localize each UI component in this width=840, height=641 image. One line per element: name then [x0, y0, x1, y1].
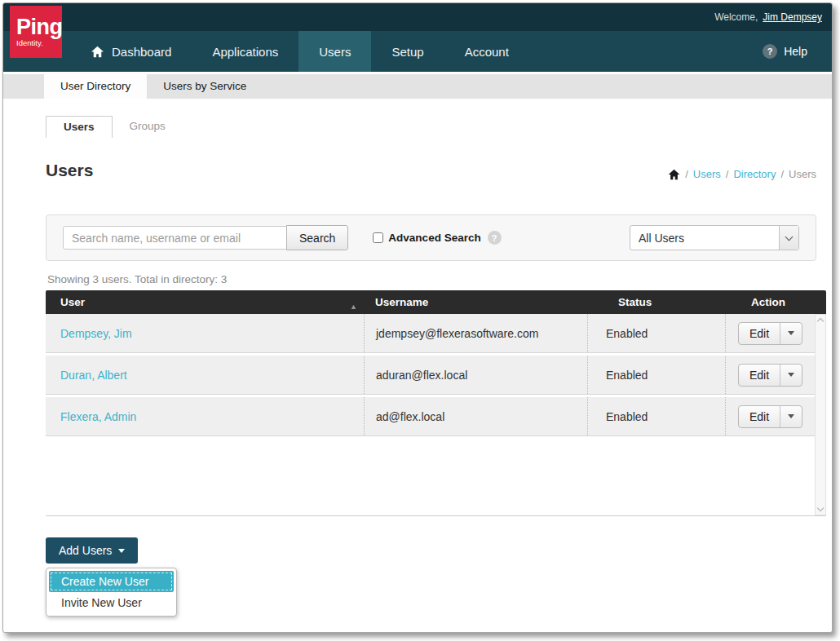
- edit-split-button: Edit: [738, 364, 802, 387]
- tab-groups[interactable]: Groups: [113, 116, 183, 138]
- tab-users[interactable]: Users: [46, 116, 113, 138]
- scroll-down-icon[interactable]: [817, 505, 824, 511]
- table-body: Dempsey, Jim jdempsey@flexerasoftware.co…: [46, 314, 826, 516]
- user-name-link[interactable]: Flexera, Admin: [60, 410, 136, 423]
- section-tabs: User Directory Users by Service: [3, 74, 832, 99]
- page-title: Users: [46, 161, 93, 180]
- directory-tabs: Users Groups: [46, 116, 816, 138]
- chevron-down-icon: [785, 232, 794, 241]
- nav-label: Setup: [391, 45, 423, 59]
- scroll-up-icon[interactable]: [817, 318, 824, 325]
- breadcrumb-separator: /: [780, 168, 784, 180]
- breadcrumb-current: Users: [789, 168, 816, 180]
- advanced-search-help-icon[interactable]: ?: [488, 231, 502, 245]
- table-header: User ▲ Username Status Action: [46, 290, 826, 314]
- current-user-link[interactable]: Jim Dempsey: [763, 11, 822, 23]
- breadcrumb-separator: /: [726, 168, 729, 180]
- caret-down-icon: [788, 414, 794, 418]
- app-window: Welcome, Jim Dempsey Ping Identity. Dash…: [2, 2, 833, 633]
- ping-identity-logo[interactable]: Ping Identity.: [10, 6, 62, 58]
- logo-sub-text: Identity.: [16, 38, 62, 47]
- menu-item-create-new-user[interactable]: Create New User: [49, 571, 174, 592]
- logo-brand-text: Ping: [16, 16, 62, 38]
- edit-button[interactable]: Edit: [739, 323, 780, 344]
- edit-split-button: Edit: [738, 405, 802, 428]
- content-area: Users Groups Users / Users / Directory /…: [3, 116, 832, 617]
- user-name-link[interactable]: Dempsey, Jim: [60, 327, 132, 340]
- breadcrumb-users-link[interactable]: Users: [693, 168, 721, 180]
- help-icon: ?: [763, 44, 777, 59]
- advanced-search-group: Advanced Search ?: [373, 231, 501, 245]
- table-row: Flexera, Admin ad@flex.local Enabled Edi…: [46, 397, 815, 436]
- breadcrumb-separator: /: [685, 168, 688, 180]
- add-users-menu: Create New User Invite New User: [46, 568, 177, 617]
- username-cell: ad@flex.local: [364, 397, 587, 435]
- edit-button[interactable]: Edit: [739, 406, 780, 427]
- breadcrumb-directory-link[interactable]: Directory: [733, 168, 776, 180]
- breadcrumb-home-icon[interactable]: [668, 169, 680, 180]
- edit-button[interactable]: Edit: [739, 365, 780, 386]
- tab-users-by-service[interactable]: Users by Service: [147, 74, 263, 99]
- caret-down-icon: [118, 549, 125, 553]
- nav-item-setup[interactable]: Setup: [371, 31, 444, 72]
- table-row: Duran, Albert aduran@flex.local Enabled …: [46, 356, 815, 395]
- add-users-button[interactable]: Add Users: [46, 537, 138, 564]
- tab-user-directory[interactable]: User Directory: [44, 74, 147, 99]
- nav-label: Applications: [212, 45, 278, 59]
- username-cell: aduran@flex.local: [364, 356, 587, 394]
- advanced-search-checkbox[interactable]: [373, 232, 383, 243]
- breadcrumb: / Users / Directory / Users: [668, 168, 816, 180]
- menu-item-invite-new-user[interactable]: Invite New User: [49, 592, 174, 613]
- column-header-status[interactable]: Status: [587, 296, 725, 308]
- select-arrow-button[interactable]: [779, 226, 798, 250]
- column-header-username[interactable]: Username: [364, 296, 587, 308]
- table-row: Dempsey, Jim jdempsey@flexerasoftware.co…: [46, 314, 815, 353]
- status-cell: Enabled: [587, 397, 725, 435]
- status-cell: Enabled: [587, 356, 725, 394]
- advanced-search-label[interactable]: Advanced Search: [388, 232, 480, 244]
- nav-label: Dashboard: [112, 45, 171, 59]
- help-button[interactable]: ? Help: [763, 31, 807, 72]
- top-bar: Welcome, Jim Dempsey: [3, 3, 832, 31]
- welcome-label: Welcome,: [714, 11, 758, 23]
- home-icon: [91, 46, 104, 58]
- users-table: User ▲ Username Status Action Dempsey, J…: [46, 290, 826, 516]
- user-filter-select[interactable]: All Users: [630, 225, 799, 250]
- main-nav: Dashboard Applications Users Setup Accou…: [3, 31, 832, 72]
- caret-down-icon: [788, 373, 794, 377]
- nav-label: Account: [465, 45, 509, 59]
- edit-split-button: Edit: [738, 322, 802, 345]
- help-label: Help: [784, 45, 807, 58]
- search-input[interactable]: [63, 226, 287, 250]
- column-header-action: Action: [725, 296, 826, 308]
- column-header-user[interactable]: User ▲: [46, 296, 364, 308]
- username-cell: jdempsey@flexerasoftware.com: [364, 314, 587, 352]
- user-name-link[interactable]: Duran, Albert: [60, 369, 127, 382]
- status-cell: Enabled: [587, 314, 725, 352]
- title-row: Users / Users / Directory / Users: [46, 161, 816, 180]
- search-panel: Search Advanced Search ? All Users: [46, 214, 816, 261]
- nav-item-dashboard[interactable]: Dashboard: [70, 31, 192, 72]
- user-filter-value: All Users: [639, 232, 684, 245]
- nav-item-applications[interactable]: Applications: [192, 31, 298, 72]
- results-summary: Showing 3 users. Total in directory: 3: [47, 273, 818, 285]
- nav-item-users[interactable]: Users: [298, 31, 371, 72]
- edit-dropdown-button[interactable]: [780, 323, 802, 344]
- search-button[interactable]: Search: [286, 225, 348, 250]
- sort-ascending-icon[interactable]: ▲: [350, 303, 357, 311]
- nav-item-account[interactable]: Account: [444, 31, 529, 72]
- edit-dropdown-button[interactable]: [780, 406, 802, 427]
- nav-label: Users: [319, 45, 351, 59]
- caret-down-icon: [788, 331, 794, 335]
- table-scrollbar[interactable]: [815, 314, 826, 515]
- edit-dropdown-button[interactable]: [780, 365, 802, 386]
